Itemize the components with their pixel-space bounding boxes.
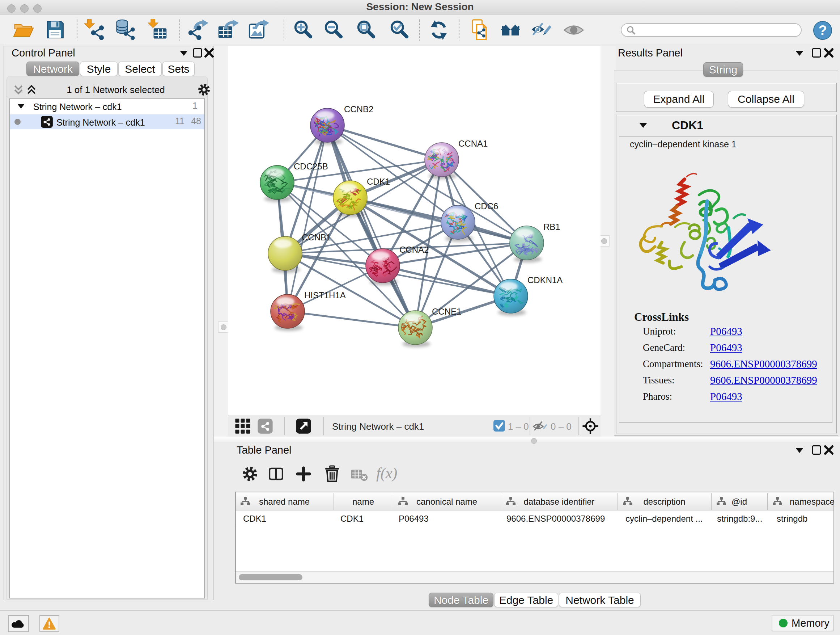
svg-text:CCNB1: CCNB1 [302, 233, 331, 242]
svg-text:CCNB2: CCNB2 [344, 104, 373, 114]
svg-text:CDK1: CDK1 [367, 177, 390, 187]
svg-text:CCNA1: CCNA1 [458, 139, 488, 149]
svg-text:HIST1H1A: HIST1H1A [304, 290, 346, 300]
svg-text:RB1: RB1 [543, 222, 561, 232]
svg-text:CCNA2: CCNA2 [399, 245, 429, 255]
svg-text:CCNE1: CCNE1 [432, 307, 461, 317]
svg-text:CDC6: CDC6 [475, 201, 498, 211]
svg-text:CDC25B: CDC25B [294, 162, 328, 171]
svg-text:CDKN1A: CDKN1A [527, 275, 562, 285]
